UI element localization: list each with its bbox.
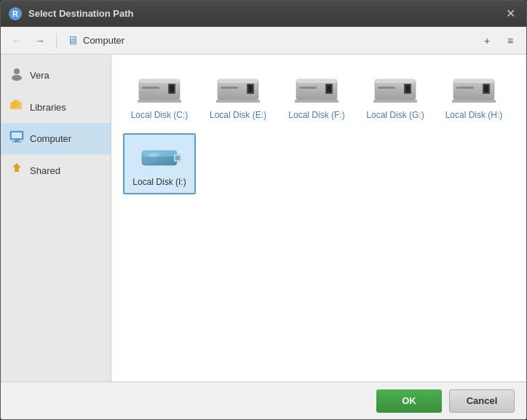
dialog-title: Select Destination Path	[28, 8, 502, 19]
file-label-f: Local Disk (F:)	[288, 110, 344, 120]
svg-rect-41	[453, 79, 494, 83]
svg-rect-8	[12, 132, 22, 138]
location-text: Computer	[83, 35, 124, 46]
svg-rect-39	[373, 100, 417, 103]
view-toggle-button[interactable]: ≡	[500, 31, 520, 50]
sidebar-label-vera: Vera	[30, 70, 49, 81]
dialog-icon: R	[8, 7, 23, 21]
file-item-c[interactable]: Local Disk (C:)	[123, 66, 196, 127]
svg-rect-50	[175, 156, 180, 160]
svg-rect-25	[216, 100, 260, 103]
shared-icon	[9, 162, 24, 180]
file-item-e[interactable]: Local Disk (E:)	[202, 66, 274, 127]
svg-rect-43	[456, 91, 468, 92]
sidebar-label-libraries: Libraries	[30, 102, 66, 113]
location-icon: 🖥	[67, 34, 79, 47]
main-content: Vera Libraries	[1, 55, 526, 381]
footer: OK Cancel	[1, 381, 526, 419]
location-bar: 🖥 Computer	[63, 34, 474, 47]
svg-rect-42	[456, 87, 474, 89]
svg-rect-45	[484, 85, 488, 92]
file-label-g: Local Disk (G:)	[366, 110, 424, 120]
svg-rect-20	[218, 79, 258, 83]
svg-rect-48	[142, 151, 177, 156]
computer-icon	[9, 130, 24, 147]
cancel-button[interactable]: Cancel	[449, 389, 515, 413]
sidebar-item-shared[interactable]: Shared	[1, 154, 111, 187]
svg-rect-32	[295, 100, 338, 103]
title-bar: R Select Destination Path ✕	[1, 1, 526, 27]
file-item-g[interactable]: Local Disk (G:)	[359, 66, 432, 127]
file-item-h[interactable]: Local Disk (H:)	[437, 66, 510, 127]
ok-button[interactable]: OK	[376, 389, 442, 413]
file-item-i[interactable]: Local Disk (I:)	[123, 133, 196, 194]
svg-rect-14	[142, 87, 159, 89]
file-item-f[interactable]: Local Disk (F:)	[280, 66, 353, 127]
file-label-c: Local Disk (C:)	[131, 110, 189, 120]
forward-button[interactable]: →	[30, 31, 50, 50]
svg-rect-36	[378, 91, 389, 92]
svg-point-2	[14, 68, 20, 74]
file-grid: Local Disk (C:)	[111, 55, 526, 381]
sidebar-label-shared: Shared	[30, 165, 60, 176]
toolbar: ← → 🖥 Computer + ≡	[1, 27, 526, 55]
sidebar-item-libraries[interactable]: Libraries	[1, 92, 111, 123]
select-destination-dialog: R Select Destination Path ✕ ← → 🖥 Comput…	[0, 0, 527, 420]
svg-rect-17	[170, 85, 174, 92]
svg-rect-15	[142, 91, 154, 92]
hdd-e-icon	[215, 74, 261, 106]
usb-i-icon	[136, 140, 183, 173]
sidebar-item-vera[interactable]: Vera	[1, 59, 111, 92]
svg-rect-13	[139, 79, 180, 83]
svg-point-51	[148, 153, 159, 157]
svg-rect-21	[221, 87, 238, 89]
svg-rect-18	[138, 100, 181, 103]
hdd-f-icon	[293, 74, 340, 106]
libraries-icon	[9, 99, 24, 116]
svg-rect-34	[375, 79, 416, 83]
file-label-h: Local Disk (H:)	[445, 110, 503, 120]
svg-rect-29	[299, 91, 311, 92]
close-button[interactable]: ✕	[502, 5, 519, 23]
svg-rect-6	[16, 102, 22, 109]
back-button[interactable]: ←	[7, 31, 27, 50]
vera-icon	[9, 66, 24, 84]
svg-rect-35	[378, 87, 395, 89]
svg-point-3	[12, 75, 22, 81]
svg-rect-24	[248, 85, 253, 92]
file-label-e: Local Disk (E:)	[210, 110, 266, 120]
sidebar: Vera Libraries	[1, 55, 111, 381]
sidebar-item-computer[interactable]: Computer	[1, 123, 111, 154]
svg-rect-22	[221, 91, 232, 92]
svg-rect-9	[15, 140, 19, 141]
svg-rect-38	[405, 85, 410, 92]
svg-text:R: R	[12, 9, 18, 18]
svg-rect-46	[452, 100, 496, 103]
hdd-h-icon	[451, 74, 497, 106]
svg-rect-27	[296, 79, 337, 83]
svg-marker-11	[12, 163, 21, 172]
svg-rect-31	[327, 85, 331, 92]
hdd-g-icon	[372, 74, 419, 106]
new-folder-button[interactable]: +	[477, 31, 497, 50]
toolbar-separator	[56, 33, 57, 48]
svg-rect-28	[299, 87, 317, 89]
sidebar-label-computer: Computer	[30, 133, 71, 144]
svg-rect-10	[12, 141, 21, 143]
toolbar-actions: + ≡	[477, 31, 520, 50]
hdd-c-icon	[136, 74, 183, 106]
file-label-i: Local Disk (I:)	[132, 177, 186, 187]
